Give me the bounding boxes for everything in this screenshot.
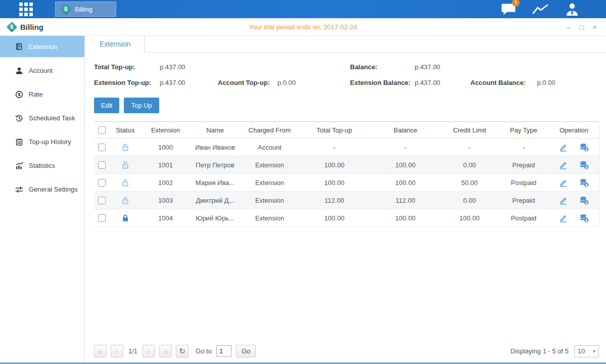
row-checkbox[interactable] xyxy=(98,214,106,222)
goto-page-input[interactable] xyxy=(216,345,231,357)
status-locked-icon xyxy=(121,214,129,222)
cell-charged-from: Account xyxy=(241,139,299,156)
edit-row-button[interactable] xyxy=(559,178,568,187)
chevron-down-icon: ▾ xyxy=(593,348,595,354)
table-row: 1004 Юрий Юрь... Extension 100.00 100.00… xyxy=(94,209,599,227)
sidebar-item-general-settings[interactable]: General Settings xyxy=(0,177,84,201)
edit-row-button[interactable] xyxy=(559,196,568,205)
billing-app-icon: $ xyxy=(61,4,71,14)
messages-button[interactable]: ! xyxy=(500,2,517,16)
account-topup-label: Account Top-up: xyxy=(218,79,277,86)
svg-text:$: $ xyxy=(585,183,588,187)
line-chart-icon xyxy=(532,3,549,16)
top-up-row-button[interactable]: $ xyxy=(579,214,589,222)
refresh-button[interactable]: ↻ xyxy=(176,345,189,357)
last-page-icon: » xyxy=(164,347,168,355)
sidebar-item-statistics[interactable]: Statistics xyxy=(0,154,84,177)
cell-balance: 100.00 xyxy=(370,209,441,227)
cell-extension: 1001 xyxy=(142,156,190,174)
next-page-button[interactable]: › xyxy=(143,345,155,357)
column-header-name: Name xyxy=(190,122,241,139)
row-checkbox[interactable] xyxy=(98,197,106,204)
last-page-button[interactable]: » xyxy=(159,345,172,357)
user-account-button[interactable] xyxy=(564,2,581,16)
scheduled-task-history-icon xyxy=(15,114,23,122)
top-up-row-button[interactable]: $ xyxy=(579,178,589,187)
cell-name: Иван Иванов xyxy=(190,139,241,156)
edit-button[interactable]: Edit xyxy=(94,98,119,113)
balance-value: p.437.00 xyxy=(415,63,441,71)
extension-topup-value: p.437.00 xyxy=(160,79,218,86)
edit-row-button[interactable] xyxy=(559,161,568,169)
top-up-row-button[interactable]: $ xyxy=(579,143,589,152)
first-page-icon: « xyxy=(99,347,103,355)
page-size-select[interactable]: 10 ▾ xyxy=(574,345,599,357)
cell-credit-limit: 0.00 xyxy=(441,192,498,209)
row-checkbox[interactable] xyxy=(98,144,106,151)
extension-topup-label: Extension Top-up: xyxy=(94,79,160,86)
svg-text:$: $ xyxy=(585,165,588,169)
column-header-balance: Balance xyxy=(370,122,441,139)
extension-ledger-icon xyxy=(15,42,23,51)
maximize-icon[interactable]: □ xyxy=(579,23,584,31)
cell-name: Мария Ива... xyxy=(190,174,241,192)
page-size-value: 10 xyxy=(578,347,585,355)
user-icon xyxy=(565,3,579,16)
cell-balance: - xyxy=(370,139,441,156)
monitor-button[interactable] xyxy=(532,2,549,16)
cell-credit-limit: 100.00 xyxy=(441,209,498,227)
cell-charged-from: Extension xyxy=(241,209,299,227)
app-launcher-grid-icon[interactable] xyxy=(19,3,33,16)
next-page-icon: › xyxy=(148,347,150,355)
edit-row-button[interactable] xyxy=(559,143,568,152)
top-bar: $ Billing ! xyxy=(0,0,606,18)
billing-window-icon: $ xyxy=(7,22,17,32)
cell-extension: 1000 xyxy=(142,139,190,156)
top-up-row-button[interactable]: $ xyxy=(579,196,589,205)
close-icon[interactable]: × xyxy=(592,23,597,31)
cell-total-topup: 100.00 xyxy=(299,174,370,192)
account-balance-label: Account Balance: xyxy=(471,79,537,86)
minimize-icon[interactable]: – xyxy=(567,23,571,31)
column-header-charged-from: Charged From xyxy=(241,122,299,139)
cell-name: Дмитрий Д... xyxy=(190,192,241,209)
sidebar-item-label: Account xyxy=(29,67,53,74)
sidebar-item-label: Rate xyxy=(29,90,42,98)
topup-history-notebook-icon xyxy=(15,138,23,146)
taskbar-item-billing[interactable]: $ Billing xyxy=(55,2,116,17)
statistics-chart-icon xyxy=(15,162,23,170)
column-header-total-topup: Total Top-up xyxy=(299,122,370,139)
top-up-row-button[interactable]: $ xyxy=(579,161,589,169)
row-checkbox[interactable] xyxy=(98,179,106,187)
cell-total-topup: 100.00 xyxy=(299,156,370,174)
table-row: 1002 Мария Ива... Extension 100.00 100.0… xyxy=(94,174,599,192)
general-settings-sliders-icon xyxy=(15,186,23,194)
account-topup-value: p.0.00 xyxy=(277,79,296,86)
sidebar-item-extension[interactable]: Extension xyxy=(0,36,84,57)
select-all-checkbox[interactable] xyxy=(98,126,106,134)
first-page-button[interactable]: « xyxy=(94,345,107,357)
row-checkbox[interactable] xyxy=(98,161,106,169)
sidebar-item-account[interactable]: Account xyxy=(0,59,84,82)
column-header-extension: Extension xyxy=(142,122,190,139)
extension-table-body: 1000 Иван Иванов Account - - - - $ xyxy=(94,139,599,227)
tab-extension[interactable]: Extension xyxy=(86,36,145,53)
table-row: 1003 Дмитрий Д... Extension 112.00 112.0… xyxy=(94,192,599,209)
sidebar-item-topup-history[interactable]: Top-up History xyxy=(0,130,84,154)
top-up-button[interactable]: Top Up xyxy=(124,98,159,113)
cell-extension: 1004 xyxy=(142,209,190,227)
sidebar-item-scheduled-task[interactable]: Scheduled Task xyxy=(0,106,84,130)
extension-table: Status Extension Name Charged From Total… xyxy=(94,121,599,227)
cell-pay-type: Postpaid xyxy=(498,209,549,227)
status-unlocked-icon xyxy=(121,143,129,152)
cell-credit-limit: 50.00 xyxy=(441,174,498,192)
column-header-status: Status xyxy=(109,122,142,139)
cell-extension: 1002 xyxy=(142,174,190,192)
edit-row-button[interactable] xyxy=(559,214,568,222)
table-header-row: Status Extension Name Charged From Total… xyxy=(94,122,599,139)
sidebar-item-rate[interactable]: $ Rate xyxy=(0,82,84,106)
prev-page-button[interactable]: ‹ xyxy=(111,345,123,357)
go-button[interactable]: Go xyxy=(236,345,256,357)
trial-notice: Your trial period ends on: 2017-02-24 xyxy=(0,23,606,31)
cell-pay-type: Prepaid xyxy=(498,156,549,174)
